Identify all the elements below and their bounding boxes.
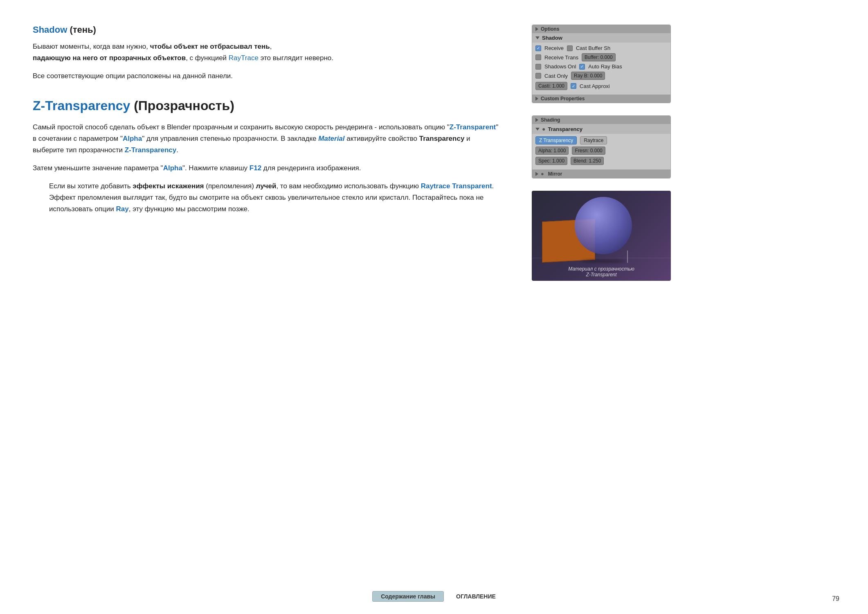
shadow-title-blue: Shadow: [33, 25, 67, 35]
mirror-header: ● Mirror: [532, 169, 670, 178]
shadow-arrow-icon: [535, 36, 540, 39]
options-arrow-icon: [535, 27, 538, 31]
shadow-title: Shadow (тень): [33, 25, 499, 35]
shadow-options-panel: Options Shadow Receive Cast Buffer Sh Re…: [532, 25, 671, 103]
z-title-blue: Z-Transparency: [33, 98, 130, 113]
transparency-row3: Spec: 1.000 Blend: 1.250: [535, 157, 667, 165]
shading-header: Shading: [532, 116, 670, 124]
render-caption: Материал с прозрачностью Z-Transparent: [532, 266, 671, 278]
transparency-arrow-icon: [535, 128, 540, 131]
z-transparency-section: Z-Transparency (Прозрачность) Самый прос…: [33, 98, 499, 215]
shading-arrow-icon: [535, 118, 538, 122]
transparency-row2: Alpha: 1.000 Fresn: 0.000: [535, 147, 667, 155]
z-transparency-btn[interactable]: Z Transparency: [535, 136, 577, 144]
sidebar: Options Shadow Receive Cast Buffer Sh Re…: [532, 25, 671, 281]
shadow-paragraph1: Бывают моменты, когда вам нужно, чтобы о…: [33, 41, 499, 64]
raytrace-btn[interactable]: Raytrace: [580, 136, 607, 144]
content-area: Shadow (тень) Бывают моменты, когда вам …: [33, 25, 515, 281]
render-image: Материал с прозрачностью Z-Transparent: [532, 191, 671, 281]
cast-only-checkbox[interactable]: [535, 73, 541, 79]
cast-buffer-checkbox[interactable]: [567, 45, 573, 51]
transparency-body: Z Transparency Raytrace Alpha: 1.000 Fre…: [532, 134, 670, 169]
auto-ray-bias-checkbox[interactable]: [579, 64, 585, 70]
shadow-options-body: Receive Cast Buffer Sh Receive Trans Buf…: [532, 43, 670, 95]
shadow-row4: Cast Only Ray B: 0.000: [535, 72, 667, 80]
z-paragraph2: Затем уменьшите значение параметра "Alph…: [33, 163, 499, 174]
toc-link[interactable]: ОГЛАВЛЕНИЕ: [456, 593, 496, 600]
receive-checkbox[interactable]: [535, 45, 541, 51]
chapter-contents-button[interactable]: Содержание главы: [372, 591, 444, 602]
shadow-row1: Receive Cast Buffer Sh: [535, 45, 667, 51]
shadow-row5: Casti: 1.000 Cast Approxi: [535, 82, 667, 90]
transparency-dot-icon: ●: [542, 126, 545, 132]
page: Shadow (тень) Бывают моменты, когда вам …: [0, 0, 868, 305]
page-number: 79: [832, 595, 839, 603]
render-marker: [627, 251, 628, 263]
render-shadow: [581, 260, 626, 263]
receive-trans-checkbox[interactable]: [535, 54, 541, 60]
z-title-rest: (Прозрачность): [130, 98, 234, 113]
z-paragraph3: Если вы хотите добавить эффекты искажени…: [33, 181, 499, 215]
shadow-row3: Shadows Onl Auto Ray Bias: [535, 63, 667, 70]
bottom-navigation: Содержание главы ОГЛАВЛЕНИЕ: [0, 591, 868, 602]
transparency-panel: Shading ● Transparency Z Transparency Ra…: [532, 115, 671, 178]
shadow-section: Shadow (тень) Бывают моменты, когда вам …: [33, 25, 499, 82]
shadow-paragraph2: Все соответствующие опции расположены на…: [33, 70, 499, 82]
z-transparency-title: Z-Transparency (Прозрачность): [33, 98, 499, 113]
shadow-subheader: Shadow: [532, 33, 670, 43]
shadow-row2: Receive Trans Buffer: 0.000: [535, 53, 667, 61]
shadow-title-rest: (тень): [67, 25, 96, 35]
custom-props-arrow-icon: [535, 97, 538, 101]
custom-properties-header: Custom Properties: [532, 95, 670, 103]
options-header: Options: [532, 25, 670, 33]
shadows-onl-checkbox[interactable]: [535, 64, 541, 70]
cast-approxi-checkbox[interactable]: [571, 83, 576, 89]
render-sphere: [575, 197, 632, 254]
transparency-subheader: ● Transparency: [532, 124, 670, 134]
z-paragraph1: Самый простой способ сделать объект в Bl…: [33, 122, 499, 156]
transparency-row1: Z Transparency Raytrace: [535, 136, 667, 144]
mirror-arrow-icon: [535, 172, 538, 176]
